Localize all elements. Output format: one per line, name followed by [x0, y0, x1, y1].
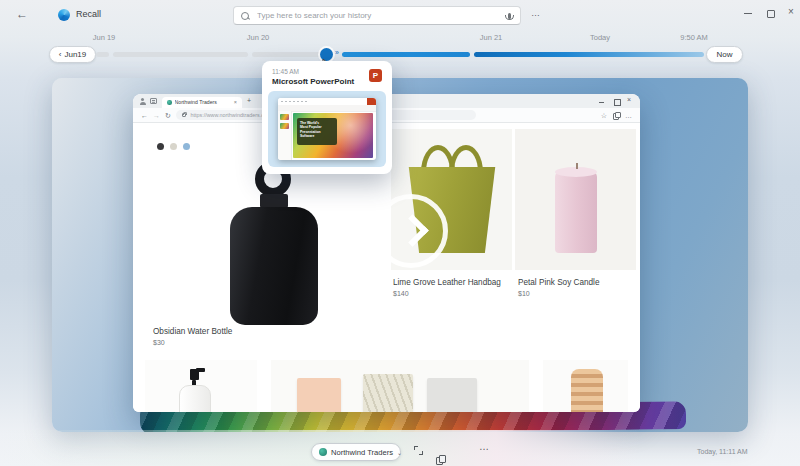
timeline-segment-active[interactable] — [342, 52, 470, 57]
top-bar: ← Recall … × — [0, 0, 800, 30]
tab-actions-icon[interactable] — [150, 98, 157, 104]
url-text: https://www.northwindtraders.com — [190, 112, 271, 118]
browser-more-icon[interactable]: … — [625, 112, 632, 119]
snapshot-tooltip[interactable]: 11:45 AM Microsoft PowerPoint P The Worl… — [262, 61, 392, 174]
snip-button[interactable] — [414, 446, 423, 455]
mini-slide-panel — [278, 111, 292, 160]
timeline-segment-active[interactable] — [474, 52, 704, 57]
candle-body — [555, 171, 597, 253]
now-button[interactable]: Now — [706, 46, 743, 63]
favorites-star-icon[interactable]: ☆ — [601, 112, 607, 119]
mini-slide-thumb — [280, 114, 289, 120]
jump-to-date-button[interactable]: ‹ Jun19 — [49, 46, 96, 63]
tooltip-time: 11:45 AM — [272, 68, 299, 75]
source-app-favicon — [319, 448, 327, 456]
mini-slide-canvas: The World's Most Popular Presentation So… — [293, 113, 373, 158]
mini-menu-dots — [281, 101, 307, 103]
soap-gray — [427, 378, 477, 412]
chevron-down-icon: ⌄ — [397, 449, 402, 456]
close-button[interactable]: × — [788, 6, 794, 17]
tooltip-app-name: Microsoft PowerPoint — [272, 77, 354, 86]
search-icon — [241, 12, 249, 20]
mini-ribbon-bar — [278, 105, 376, 112]
close-tab-icon[interactable]: × — [234, 99, 237, 105]
soap-peach — [297, 378, 341, 412]
recall-logo-icon — [58, 9, 70, 21]
tick-time: 9:50 AM — [680, 33, 708, 42]
lotion-bottle — [179, 385, 211, 412]
site-favicon — [167, 100, 172, 105]
bath-brush — [571, 369, 603, 412]
soap-marble — [363, 374, 413, 412]
bottle-body — [230, 207, 318, 325]
back-icon[interactable]: ← — [16, 7, 28, 21]
color-swatch-black[interactable] — [157, 143, 164, 150]
app-title: Recall — [76, 9, 101, 19]
more-options-icon[interactable]: … — [531, 8, 540, 18]
lotion-nozzle — [196, 368, 205, 372]
browser-tab[interactable]: Northwind Traders × — [162, 97, 242, 109]
browser-minimize-button[interactable] — [599, 102, 604, 103]
copy-button[interactable] — [436, 455, 444, 464]
mini-slide-thumb — [280, 123, 289, 129]
tick-jun21: Jun 21 — [480, 33, 503, 42]
tick-jun20: Jun 20 — [247, 33, 270, 42]
lock-icon — [182, 113, 187, 116]
color-swatch-blue[interactable] — [183, 143, 190, 150]
profile-icon[interactable] — [139, 98, 146, 105]
color-swatch-beige[interactable] — [170, 143, 177, 150]
nav-forward-icon[interactable]: → — [153, 112, 160, 119]
search-input[interactable] — [255, 10, 502, 21]
bottle-cap — [260, 194, 288, 208]
timeline-segment[interactable] — [113, 52, 248, 57]
browser-maximize-button[interactable] — [614, 99, 621, 106]
tick-today: Today — [590, 33, 610, 42]
mini-close-red — [367, 98, 376, 105]
collections-icon[interactable] — [613, 112, 619, 119]
double-chevron-icon: » — [335, 49, 339, 56]
snapshot-timestamp: Today, 11:11 AM — [697, 448, 748, 455]
browser-close-button[interactable]: × — [627, 97, 631, 103]
microphone-icon[interactable] — [508, 13, 511, 19]
more-actions-button[interactable]: … — [479, 441, 489, 452]
mini-slide-textbox: The World's Most Popular Presentation So… — [297, 118, 337, 145]
timeline-segment[interactable] — [96, 52, 109, 57]
chevron-left-icon: ‹ — [59, 50, 62, 59]
powerpoint-mini-window: The World's Most Popular Presentation So… — [278, 98, 376, 160]
refresh-icon[interactable]: ↻ — [165, 112, 171, 119]
powerpoint-icon: P — [369, 69, 382, 82]
new-tab-button[interactable]: + — [247, 97, 251, 104]
search-box[interactable] — [233, 6, 521, 25]
minimize-button[interactable] — [744, 13, 752, 14]
maximize-button[interactable] — [767, 10, 775, 18]
recall-app-window: ← Recall … × Jun 19 Jun 20 Jun 21 Today … — [0, 0, 800, 466]
timeline-segment[interactable] — [252, 52, 322, 57]
source-app-button[interactable]: Northwind Traders ⌄ — [311, 443, 401, 461]
nav-back-icon[interactable]: ← — [141, 112, 148, 119]
tick-jun19: Jun 19 — [93, 33, 116, 42]
tooltip-thumbnail[interactable]: The World's Most Popular Presentation So… — [268, 91, 386, 167]
